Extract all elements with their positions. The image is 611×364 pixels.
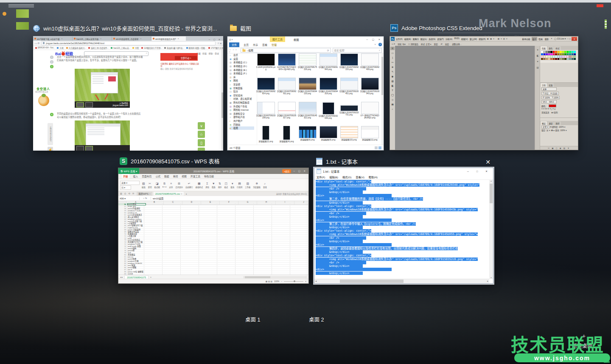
floating-action-button: ▯ (198, 139, 205, 146)
file-item: 屏幕截图(6).png (297, 126, 318, 145)
article-image-1: ⊙ Bai经验jingyan.baidu.com (75, 69, 130, 108)
toolbar-icon: ▦ (198, 182, 201, 185)
notepad-close-button[interactable]: ✕ (484, 158, 492, 166)
fill-field: 填充: 100% ▾ (555, 129, 566, 132)
explorer-window-label[interactable]: 截图 (230, 24, 251, 32)
sidebar-item: ⌂家庭组 (230, 83, 257, 87)
sidebar-item-icon: ♪ (230, 54, 232, 56)
floating-action-button: ∧ (198, 148, 205, 151)
toolbar-group: ▧粘贴 (142, 182, 146, 188)
file-thumbnail (340, 105, 358, 111)
step-number-badge: 2 (50, 60, 53, 64)
menu-item: 滤镜(T) (437, 37, 444, 40)
notepad-window-label[interactable]: 1.txt - 记事本 (316, 157, 358, 165)
file-item: QQ图片20160709152039.png (318, 102, 339, 126)
notepad-window-thumbnail[interactable]: 1.txt - 记事本 ─ □ ✕ 文件(F)编辑(E)格式(O)查看(V)帮助… (314, 168, 493, 284)
toolbar-icon: ◪ (156, 182, 159, 185)
lock-buttons: 锁定: ▣ ✛ ⬒ ● (541, 129, 555, 132)
wps-window-title: 2016070908541075.csv - WPS 表格 (131, 157, 220, 165)
browser-window-thumbnail[interactable]: win7旗舰下载_u启动下载hao123_上网从这里开始win10桌面壁纸_百度… (33, 36, 223, 151)
browser-window-title: win10虚拟桌面怎么用？win10多桌面如何使用_百度经验 - 世界之窗浏..… (43, 24, 217, 32)
text-line: &nbsp;</div> (316, 190, 489, 194)
text-line: <div> (316, 243, 489, 246)
photoshop-window-label[interactable]: Ps Adobe Photoshop CS5 Extended (390, 24, 482, 32)
notepad-titlebar: 1.txt - 记事本 ─ □ ✕ (314, 168, 493, 174)
bookmark-icon (66, 47, 68, 49)
explorer-window-thumbnail[interactable]: ▤ ▾ 图片工具 截图 ─ ▢ ✕ 文件 主页共享查看 管理 ˅? ← → ⌄ … (227, 36, 384, 151)
workspace-button: » (550, 37, 553, 41)
panel-tab: 颜色 (547, 46, 554, 50)
bookmark-item: 装机工具-百度软件.. (88, 47, 108, 49)
wps-title-text: 2016070908541075.csv - WPS 表格 (169, 169, 258, 173)
site-watermark-url: www.jsgho.com (514, 353, 610, 362)
text-line: <img alt="Windows10系统桌面图标消失怎么办" src="/up… (316, 183, 489, 187)
bookmark-icon (132, 47, 134, 49)
file-thumbnail (278, 53, 296, 66)
photoshop-logo-icon: Ps (391, 37, 395, 41)
tool-option: ⇄ (441, 43, 443, 45)
ribbon-tab: 查看 (262, 43, 267, 47)
toolbar-group: ⇅排序 (218, 182, 222, 188)
tab-close-icon (177, 38, 179, 40)
file-item: QQ图片20160709145322.png (297, 102, 318, 126)
sidebar-item: ♫硬件和声音 (230, 115, 257, 119)
tool-option: ☐ 消除锯齿 (408, 43, 418, 45)
toolbar-icon: ≡ (170, 182, 172, 185)
scrollbar-thumb (245, 276, 270, 278)
quick-access-icons: ▤ ⎙ ⟲ ⟳ (120, 192, 135, 195)
notepad-window-title: 1.txt - 记事本 (326, 157, 358, 165)
bookmark-item: 热血码-最少更K站.. (164, 47, 183, 49)
sidebar-item: ▧系统和安全 (230, 112, 257, 116)
file-tab: 文件 (229, 42, 239, 47)
file-thumbnail (320, 78, 337, 90)
panel-tab: 样式 (554, 46, 561, 50)
color-swatch (567, 51, 569, 53)
menu-item: 图像(I) (413, 37, 419, 40)
color-swatch (546, 53, 548, 56)
new-document-tab-button: + (185, 193, 187, 195)
file-item: UY~384[V[TT6OW]O[8GR[]U.png (359, 102, 380, 126)
color-swatch (555, 58, 557, 60)
toolbar-group: ⊞合并居中 (175, 182, 183, 188)
text-line: <img alt="Windows10系统桌面图标消失怎么办" src="/up… (316, 208, 489, 211)
sidebar-item: ◈网络 (230, 79, 257, 83)
browser-tab-bar: win7旗舰下载_u启动下载hao123_上网从这里开始win10桌面壁纸_百度… (33, 36, 223, 41)
scrollbar-thumb (381, 57, 383, 95)
close-button: ✕ (572, 37, 577, 41)
notepad-window-controls: ─ □ ✕ (467, 170, 491, 173)
sidebar-item: ▤本地磁盘 (D:) (230, 64, 257, 68)
article-paragraph: 可以看到如下图所示效果，移动到桌面X，是不是有点想有点用吧！ (57, 116, 156, 119)
desktop-1-label[interactable]: 桌面 1 (245, 315, 260, 323)
sidebar-item-icon: ♻ (230, 123, 232, 126)
explorer-title-text: 截图 (294, 38, 299, 42)
article-image-2 (75, 120, 130, 151)
ribbon-tab: 特色功能 (204, 174, 214, 178)
text-line: 第二步，在任务管理器的界面，选择【文件】----【运行新任务】。<br /> (316, 197, 489, 201)
toolbar-icon: ↵ (188, 182, 191, 185)
text-line: <div> (316, 218, 489, 222)
color-swatch (574, 58, 576, 60)
file-thumbnail (340, 126, 358, 138)
panel-tab: 通道 (547, 121, 554, 125)
wps-ribbon-tabs: 开始插入页面布局公式数据审阅视图开发工具特色功能 (118, 174, 308, 179)
tab-close-icon (140, 38, 142, 40)
toolbar-icon: ❄ (255, 182, 258, 185)
document-tab: 2016070908541075.csv (154, 192, 184, 196)
wps-window-thumbnail[interactable]: SWPS 表格 ▾ 2016070908541075.csv - WPS 表格 … (118, 168, 309, 284)
explorer-ribbon-tabs: 文件 主页共享查看 管理 ˅? (227, 42, 384, 48)
browser-url-box: jingyan.baidu.com/article/2a13815db258f1… (41, 41, 216, 45)
color-swatch (541, 58, 543, 60)
sidebar-item-icon: ◎ (230, 109, 232, 111)
color-swatch (569, 51, 571, 53)
toolbar-icon: ⊞ (178, 182, 180, 185)
toolbar-group: ↵自动换行 (185, 182, 193, 188)
tool-icon: ◯ (390, 93, 395, 97)
photoshop-window-thumbnail[interactable]: Ps 文件(F)编辑(E)图像(I)图层(L)选择(S)滤镜(T)分析(A)3D… (390, 36, 578, 150)
name-box: A56 ▾ (118, 197, 140, 200)
toolbar-group: ✂剪切 (148, 182, 152, 188)
browser-window-label[interactable]: win10虚拟桌面怎么用？win10多桌面如何使用_百度经验 - 世界之窗浏..… (33, 24, 217, 32)
sidebar-item-icon: ▰ (230, 127, 232, 129)
file-item: QQ图片20160709100943.png (359, 78, 380, 102)
desktop-2-label[interactable]: 桌面 2 (309, 315, 324, 323)
wps-window-label[interactable]: S 2016070908541075.csv - WPS 表格 (120, 157, 220, 165)
